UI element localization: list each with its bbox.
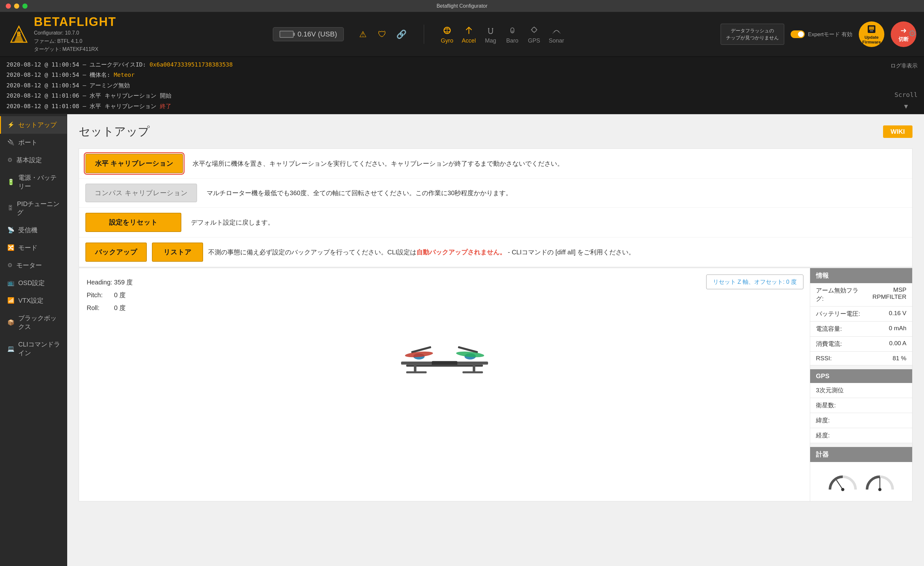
setup-icon: ⚡ xyxy=(8,121,14,128)
close-button[interactable] xyxy=(6,3,11,9)
pitch-label: Pitch: xyxy=(87,288,112,302)
svg-rect-30 xyxy=(462,371,483,373)
cli-icon: 💻 xyxy=(8,345,14,352)
sidebar-item-modes[interactable]: 🔀 モード xyxy=(0,239,67,257)
log-calibration-end: 終了 xyxy=(160,103,171,110)
mag-label: Mag xyxy=(485,38,496,44)
config-icon: ⚙ xyxy=(8,156,12,164)
gyro-label: Gyro xyxy=(441,38,453,44)
sidebar-label-blackbox: ブラックボックス xyxy=(18,314,60,331)
info-header: 情報 xyxy=(810,268,912,283)
maximize-button[interactable] xyxy=(22,3,27,9)
current-value: 0.00 A xyxy=(889,340,906,348)
gps-row-fix: 3次元測位 xyxy=(810,383,912,398)
gps-row-lon: 経度: xyxy=(810,428,912,443)
sidebar-label-pid: PIDチューニング xyxy=(17,200,60,217)
roll-label: Roll: xyxy=(87,302,112,314)
gps-label: GPS xyxy=(528,38,540,44)
logo-area: B BETAFLIGHT Configurator: 10.7.0 ファーム: … xyxy=(8,15,116,53)
ports-icon: 🔌 xyxy=(8,139,14,146)
betaflight-logo-icon: B xyxy=(8,25,30,44)
expert-mode-toggle[interactable]: Expertモード 有効 xyxy=(790,30,852,38)
gps-row-lat: 緯度: xyxy=(810,413,912,428)
accel-icon xyxy=(462,25,476,36)
gauge-section: 計器 xyxy=(810,447,912,501)
receiver-icon: 📡 xyxy=(8,227,14,234)
update-firmware-button[interactable]: Update Firmware xyxy=(859,21,884,47)
page-title: セットアップ xyxy=(79,124,150,140)
arm-flag-value: MSP RPMFILTER xyxy=(862,286,906,303)
wiki-button[interactable]: WIKI xyxy=(883,125,912,138)
voltage-value: 0.16 V xyxy=(889,310,906,318)
header-center: 0.16V (USB) ⚠ 🛡 🔗 Gyro Accel xyxy=(123,25,714,44)
mag-icon xyxy=(484,25,498,36)
rssi-value: 81 % xyxy=(892,355,906,362)
backup-button[interactable]: バックアップ xyxy=(86,243,147,262)
reset-z-axis-button[interactable]: リセット Z 軸、オフセット: 0 度 xyxy=(706,275,803,289)
calibration-section: 水平 キャリブレーション 水平な場所に機体を置き、キャリブレーションを実行してく… xyxy=(79,149,912,267)
pitch-row: Pitch: 0 度 xyxy=(87,288,802,302)
capacity-value: 0 mAh xyxy=(889,325,906,333)
modes-icon: 🔀 xyxy=(8,244,14,251)
pid-icon: 🎛 xyxy=(8,205,13,212)
sidebar-item-power[interactable]: 🔋 電源・バッテリー xyxy=(0,169,67,195)
compass-calibration-button[interactable]: コンパス キャリブレーション xyxy=(86,184,197,202)
settings-gear-button[interactable]: ⚙ xyxy=(908,28,916,39)
sidebar-label-receiver: 受信機 xyxy=(18,226,38,234)
orientation-stats: Heading: 359 度 Pitch: 0 度 Roll: 0 度 xyxy=(87,276,802,314)
main-layout: ⚡ セットアップ 🔌 ポート ⚙ 基本設定 🔋 電源・バッテリー 🎛 PIDチュ… xyxy=(0,114,924,566)
window-controls[interactable] xyxy=(6,3,27,9)
sidebar-item-osd[interactable]: 📺 OSD設定 xyxy=(0,274,67,292)
sensor-group: Gyro Accel Mag Baro xyxy=(440,25,564,44)
expert-mode-switch[interactable] xyxy=(790,30,805,38)
gps-icon xyxy=(527,25,541,36)
scroll-chevron: ▼ xyxy=(895,101,918,112)
log-line-5: 2020-08-12 @ 11:01:08 – 水平 キャリブレーション 終了 xyxy=(6,101,918,111)
svg-rect-26 xyxy=(406,365,483,367)
accel-label: Accel xyxy=(462,38,476,44)
sonar-label: Sonar xyxy=(549,38,564,44)
svg-rect-17 xyxy=(870,30,873,32)
sidebar-label-setup: セットアップ xyxy=(18,121,57,129)
gps-sats-label: 衛星数: xyxy=(816,401,836,410)
sidebar-item-config[interactable]: ⚙ 基本設定 xyxy=(0,151,67,169)
drone-visual xyxy=(87,321,802,397)
sidebar-item-ports[interactable]: 🔌 ポート xyxy=(0,134,67,151)
gps-lon-label: 経度: xyxy=(816,431,830,440)
baro-label: Baro xyxy=(506,38,519,44)
sidebar-item-blackbox[interactable]: 📦 ブラックボックス xyxy=(0,309,67,336)
info-row-arm-flag: アーム無効フラグ: MSP RPMFILTER xyxy=(810,283,912,306)
log-line-4: 2020-08-12 @ 11:01:06 – 水平 キャリブレーション 開始 xyxy=(6,90,918,101)
reset-settings-button[interactable]: 設定をリセット xyxy=(86,213,182,232)
sidebar-item-setup[interactable]: ⚡ セットアップ xyxy=(0,116,67,134)
sensor-baro: Baro xyxy=(506,25,519,44)
log-hide-label[interactable]: ログ非表示 xyxy=(890,61,918,71)
gps-row-sats: 衛星数: xyxy=(810,398,912,413)
sidebar-label-power: 電源・バッテリー xyxy=(18,173,60,191)
power-icon: 🔋 xyxy=(8,179,14,186)
sidebar-item-pid[interactable]: 🎛 PIDチューニング xyxy=(0,195,67,221)
sidebar-item-motors[interactable]: ⚙ モーター xyxy=(0,257,67,274)
alert-icons: ⚠ 🛡 🔗 xyxy=(357,28,408,41)
scroll-indicator: Scroll ▼ xyxy=(895,89,918,112)
minimize-button[interactable] xyxy=(14,3,19,9)
sidebar-item-vtx[interactable]: 📶 VTX設定 xyxy=(0,292,67,309)
sidebar: ⚡ セットアップ 🔌 ポート ⚙ 基本設定 🔋 電源・バッテリー 🎛 PIDチュ… xyxy=(0,114,67,566)
restore-button[interactable]: リストア xyxy=(152,243,203,262)
log-line-3: 2020-08-12 @ 11:00:54 – アーミング無効 xyxy=(6,80,918,90)
compass-cal-desc: マルチローター機を最低でも360度、全ての軸にて回転させてください。この作業に3… xyxy=(207,188,906,198)
log-line-1: 2020-08-12 @ 11:00:54 – ユニークデバイスID: 0x6a… xyxy=(6,60,918,70)
window-title: Betaflight Configurator xyxy=(436,3,488,9)
level-calibration-button[interactable]: 水平 キャリブレーション xyxy=(86,154,183,173)
svg-text:B: B xyxy=(17,31,21,37)
sidebar-item-receiver[interactable]: 📡 受信機 xyxy=(0,221,67,239)
arm-flag-label: アーム無効フラグ: xyxy=(816,286,862,303)
heading-value: 359 度 xyxy=(114,279,133,286)
sensor-gyro: Gyro xyxy=(440,25,454,44)
sidebar-item-cli[interactable]: 💻 CLIコマンドライン xyxy=(0,336,67,362)
sonar-icon xyxy=(549,25,564,36)
reset-row: 設定をリセット デフォルト設定に戻します。 xyxy=(79,208,912,237)
baro-icon xyxy=(506,25,519,36)
battery-icon xyxy=(279,31,294,38)
page-header: セットアップ WIKI xyxy=(79,124,912,140)
